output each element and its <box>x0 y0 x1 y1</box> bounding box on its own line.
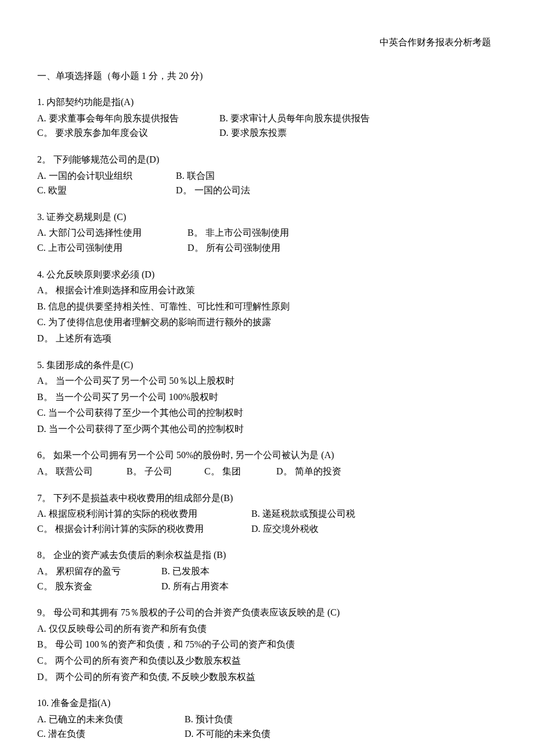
option-row: C. 欧盟 D。 一国的公司法 <box>37 183 497 198</box>
question-4: 4. 公允反映原则要求必须 (D) A。 根据会计准则选择和应用会计政策 B. … <box>37 267 497 346</box>
option-b: B。 非上市公司强制使用 <box>187 225 289 240</box>
option-b: B. 信息的提供要坚持相关性、可靠性、可比性和可理解性原则 <box>37 299 497 314</box>
option-row: A. 大部门公司选择性使用 B。 非上市公司强制使用 <box>37 225 497 240</box>
option-d: D。 上述所有选项 <box>37 331 497 346</box>
option-a: A。 联营公司 <box>37 464 124 479</box>
question-8: 8。 企业的资产减去负债后的剩余权益是指 (B) A。 累积留存的盈亏 B. 已… <box>37 548 497 593</box>
question-stem: 9。 母公司和其拥有 75％股权的子公司的合并资产负债表应该反映的是 (C) <box>37 605 497 620</box>
option-c: C。 根据会计利润计算的实际的税收费用 <box>37 521 249 537</box>
question-stem: 8。 企业的资产减去负债后的剩余权益是指 (B) <box>37 548 497 563</box>
option-d: D. 要求股东投票 <box>219 125 287 141</box>
question-stem: 10. 准备金是指(A) <box>37 696 497 711</box>
option-d: D。 一国的公司法 <box>176 183 250 198</box>
option-d: D。 简单的投资 <box>276 464 341 479</box>
question-3: 3. 证券交易规则是 (C) A. 大部门公司选择性使用 B。 非上市公司强制使… <box>37 210 497 255</box>
option-c: C。 要求股东参加年度会议 <box>37 125 217 141</box>
question-stem: 3. 证券交易规则是 (C) <box>37 210 497 225</box>
option-b: B. 递延税款或预提公司税 <box>251 506 355 521</box>
option-c: C。 两个公司的所有资产和负债以及少数股东权益 <box>37 653 497 668</box>
option-d: D. 不可能的未来负债 <box>185 726 270 741</box>
question-stem: 7。 下列不是损益表中税收费用的组成部分是(B) <box>37 491 497 506</box>
option-row: A. 要求董事会每年向股东提供报告 B. 要求审计人员每年向股东提供报告 <box>37 111 497 126</box>
option-a: A。 当一个公司买了另一个公司 50％以上股权时 <box>37 373 497 388</box>
question-stem: 5. 集团形成的条件是(C) <box>37 358 497 373</box>
option-a: A. 一国的会计职业组织 <box>37 168 174 183</box>
question-stem: 6。 如果一个公司拥有另一个公司 50%的股份时, 另一个公司被认为是 (A) <box>37 448 497 463</box>
option-a: A. 要求董事会每年向股东提供报告 <box>37 111 217 126</box>
option-row: A。 累积留存的盈亏 B. 已发股本 <box>37 564 497 579</box>
option-c: C. 欧盟 <box>37 183 174 198</box>
option-d: D. 当一个公司获得了至少两个其他公司的控制权时 <box>37 422 497 437</box>
option-row: A. 已确立的未来负债 B. 预计负债 <box>37 712 497 727</box>
option-c: C. 潜在负债 <box>37 726 182 741</box>
option-c: C. 当一个公司获得了至少一个其他公司的控制权时 <box>37 405 497 420</box>
option-b: B. 联合国 <box>176 168 215 183</box>
page-header: 中英合作财务报表分析考题 <box>37 35 497 50</box>
option-row: A. 根据应税利润计算的实际的税收费用 B. 递延税款或预提公司税 <box>37 506 497 521</box>
question-7: 7。 下列不是损益表中税收费用的组成部分是(B) A. 根据应税利润计算的实际的… <box>37 491 497 537</box>
option-row: A。 联营公司 B。 子公司 C。 集团 D。 简单的投资 <box>37 464 497 479</box>
option-row: C. 上市公司强制使用 D。 所有公司强制使用 <box>37 240 497 255</box>
option-b: B. 预计负债 <box>185 712 233 727</box>
option-a: A。 根据会计准则选择和应用会计政策 <box>37 283 497 298</box>
question-1: 1. 内部契约功能是指(A) A. 要求董事会每年向股东提供报告 B. 要求审计… <box>37 95 497 141</box>
option-row: C. 潜在负债 D. 不可能的未来负债 <box>37 726 497 741</box>
option-c: C. 为了使得信息使用者理解交易的影响而进行额外的披露 <box>37 315 497 330</box>
option-c: C。 集团 <box>204 464 274 479</box>
option-c: C. 上市公司强制使用 <box>37 240 185 255</box>
option-row: C。 股东资金 D. 所有占用资本 <box>37 579 497 594</box>
option-row: A. 一国的会计职业组织 B. 联合国 <box>37 168 497 183</box>
question-6: 6。 如果一个公司拥有另一个公司 50%的股份时, 另一个公司被认为是 (A) … <box>37 448 497 478</box>
question-10: 10. 准备金是指(A) A. 已确立的未来负债 B. 预计负债 C. 潜在负债… <box>37 696 497 741</box>
option-b: B。 子公司 <box>127 464 202 479</box>
option-a: A. 根据应税利润计算的实际的税收费用 <box>37 506 249 521</box>
question-2: 2。 下列能够规范公司的是(D) A. 一国的会计职业组织 B. 联合国 C. … <box>37 152 497 198</box>
option-b: B. 要求审计人员每年向股东提供报告 <box>219 111 370 126</box>
header-title: 中英合作财务报表分析考题 <box>380 37 491 47</box>
option-b: B。 母公司 100％的资产和负债，和 75%的子公司的资产和负债 <box>37 637 497 652</box>
option-b: B. 已发股本 <box>161 564 210 579</box>
option-a: A. 仅仅反映母公司的所有资产和所有负债 <box>37 621 497 636</box>
option-a: A. 已确立的未来负债 <box>37 712 182 727</box>
option-d: D。 两个公司的所有资产和负债, 不反映少数股东权益 <box>37 669 497 685</box>
option-row: C。 要求股东参加年度会议 D. 要求股东投票 <box>37 125 497 141</box>
question-stem: 4. 公允反映原则要求必须 (D) <box>37 267 497 282</box>
section-title-text: 一、单项选择题（每小题 1 分，共 20 分) <box>37 71 203 81</box>
option-d: D. 应交境外税收 <box>251 521 319 537</box>
option-a: A。 累积留存的盈亏 <box>37 564 159 579</box>
question-5: 5. 集团形成的条件是(C) A。 当一个公司买了另一个公司 50％以上股权时 … <box>37 358 497 437</box>
option-row: C。 根据会计利润计算的实际的税收费用 D. 应交境外税收 <box>37 521 497 537</box>
section-title: 一、单项选择题（每小题 1 分，共 20 分) <box>37 69 497 84</box>
question-stem: 1. 内部契约功能是指(A) <box>37 95 497 110</box>
question-stem: 2。 下列能够规范公司的是(D) <box>37 152 497 167</box>
option-b: B。 当一个公司买了另一个公司 100%股权时 <box>37 390 497 405</box>
option-c: C。 股东资金 <box>37 579 159 594</box>
option-d: D. 所有占用资本 <box>161 579 229 594</box>
option-d: D。 所有公司强制使用 <box>187 240 280 255</box>
option-a: A. 大部门公司选择性使用 <box>37 225 185 240</box>
question-9: 9。 母公司和其拥有 75％股权的子公司的合并资产负债表应该反映的是 (C) A… <box>37 605 497 684</box>
